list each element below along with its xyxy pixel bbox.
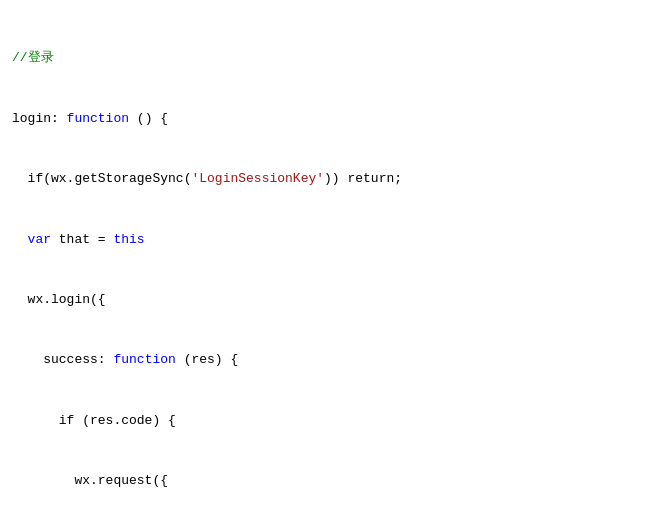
code-text: login: xyxy=(12,111,67,126)
line-5: wx.login({ xyxy=(12,290,652,310)
keyword-function-1: function xyxy=(67,111,129,126)
code-text: wx.request({ xyxy=(12,473,168,488)
keyword-this: this xyxy=(113,232,144,247)
keyword-var: var xyxy=(28,232,51,247)
code-text: if(wx.getStorageSync( xyxy=(12,171,191,186)
line-7: if (res.code) { xyxy=(12,411,652,431)
line-6: success: function (res) { xyxy=(12,350,652,370)
line-1: //登录 xyxy=(12,48,652,68)
code-text: )) return; xyxy=(324,171,402,186)
code-text: if (res.code) { xyxy=(12,413,176,428)
code-text: success: xyxy=(12,352,113,367)
code-text: (res) { xyxy=(176,352,238,367)
code-text: () { xyxy=(129,111,168,126)
code-text: that = xyxy=(51,232,113,247)
keyword-function-2: function xyxy=(113,352,175,367)
code-text: wx.login({ xyxy=(12,292,106,307)
code-text xyxy=(12,232,28,247)
comment-login: //登录 xyxy=(12,50,54,65)
code-editor: //登录 login: function () { if(wx.getStora… xyxy=(0,0,664,531)
line-2: login: function () { xyxy=(12,109,652,129)
line-8: wx.request({ xyxy=(12,471,652,491)
line-4: var that = this xyxy=(12,230,652,250)
line-3: if(wx.getStorageSync('LoginSessionKey'))… xyxy=(12,169,652,189)
string-1: 'LoginSessionKey' xyxy=(191,171,324,186)
